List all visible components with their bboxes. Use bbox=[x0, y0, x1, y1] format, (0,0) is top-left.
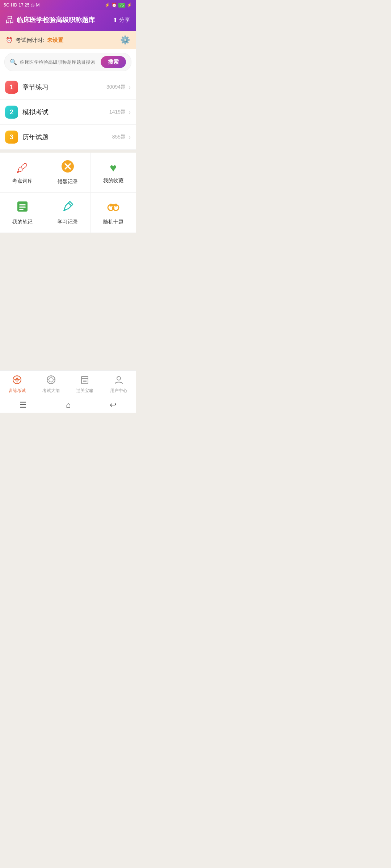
nav-item-train[interactable]: 训练考试 bbox=[0, 374, 34, 395]
menu-item-mock[interactable]: 2 模拟考试 1419题 › bbox=[0, 100, 136, 125]
svg-rect-5 bbox=[19, 207, 26, 208]
binoculars-icon bbox=[107, 200, 120, 216]
nav-label-outline: 考试大纲 bbox=[42, 388, 60, 394]
search-section: 🔍 搜索 bbox=[0, 49, 136, 75]
time-display: 17:25 bbox=[18, 3, 29, 8]
svg-rect-6 bbox=[19, 209, 24, 210]
app-logo-icon: 品 bbox=[6, 14, 14, 25]
nav-label-treasure: 过关宝箱 bbox=[76, 388, 93, 394]
svg-rect-23 bbox=[81, 376, 88, 379]
menu-num-3: 3 bbox=[5, 131, 18, 144]
notes-icon bbox=[16, 200, 29, 216]
target-nav-icon bbox=[46, 375, 56, 387]
svg-point-17 bbox=[49, 378, 53, 382]
svg-rect-12 bbox=[115, 204, 117, 207]
menu-num-2: 2 bbox=[5, 106, 18, 119]
svg-rect-11 bbox=[110, 204, 112, 207]
grid-label-vocabulary: 考点词库 bbox=[12, 178, 33, 184]
app-title: 临床医学检验高级职称题库 bbox=[17, 16, 95, 24]
wrong-icon bbox=[61, 160, 74, 176]
exam-countdown-bar: ⏰ 考试倒计时: 未设置 ⚙️ bbox=[0, 31, 136, 49]
status-bar: 5G HD 17:25 ◎ M ⚡ ⏰ 75 ⚡ bbox=[0, 0, 136, 10]
heart-icon: ♥ bbox=[110, 161, 117, 175]
status-left: 5G HD 17:25 ◎ M bbox=[4, 3, 39, 8]
countdown-label: 考试倒计时: bbox=[16, 37, 44, 44]
menu-item-past[interactable]: 3 历年试题 855题 › bbox=[0, 125, 136, 150]
menu-num-1: 1 bbox=[5, 81, 18, 94]
menu-list: 1 章节练习 30094题 › 2 模拟考试 1419题 › 3 历年试题 85… bbox=[0, 75, 136, 150]
system-nav-bar: ☰ ⌂ ↩ bbox=[0, 397, 136, 413]
countdown-value: 未设置 bbox=[47, 37, 63, 44]
feature-grid: 🖊 考点词库 错题记录 ♥ 我的收藏 bbox=[0, 153, 136, 233]
search-input[interactable] bbox=[20, 59, 98, 65]
back-system-icon[interactable]: ↩ bbox=[110, 400, 116, 410]
grid-item-study-record[interactable]: 学习记录 bbox=[45, 193, 91, 233]
grid-row-2: 我的笔记 学习记录 bbox=[0, 193, 136, 233]
menu-system-icon[interactable]: ☰ bbox=[20, 400, 27, 410]
home-system-icon[interactable]: ⌂ bbox=[66, 400, 71, 410]
bolt-icon: ⚡ bbox=[127, 3, 132, 8]
search-icon: 🔍 bbox=[10, 59, 17, 65]
app-header: 品 临床医学检验高级职称题库 ⬆ 分享 bbox=[0, 10, 136, 31]
hd-icon: HD bbox=[11, 3, 17, 8]
grid-item-notes[interactable]: 我的笔记 bbox=[0, 193, 45, 233]
settings-button[interactable]: ⚙️ bbox=[120, 35, 130, 45]
share-label: 分享 bbox=[119, 17, 130, 24]
grid-label-random: 随机十题 bbox=[103, 219, 123, 225]
nav-item-treasure[interactable]: 过关宝箱 bbox=[68, 374, 102, 395]
menu-name-chapter: 章节练习 bbox=[22, 83, 106, 92]
menu-item-chapter[interactable]: 1 章节练习 30094题 › bbox=[0, 75, 136, 100]
clock-icon: ⏰ bbox=[112, 3, 117, 8]
grid-row-1: 🖊 考点词库 错题记录 ♥ 我的收藏 bbox=[0, 153, 136, 193]
header-left: 品 临床医学检验高级职称题库 bbox=[6, 14, 95, 25]
battery-indicator: 75 bbox=[118, 3, 125, 8]
grid-label-wrong: 错题记录 bbox=[58, 179, 78, 185]
bottom-nav: 训练考试 考试大纲 过关宝箱 bbox=[0, 370, 136, 397]
grid-label-favorites: 我的收藏 bbox=[103, 178, 123, 184]
compass-icon: ◎ bbox=[31, 3, 34, 8]
bluetooth-icon: ⚡ bbox=[105, 3, 110, 8]
grid-item-vocabulary[interactable]: 🖊 考点词库 bbox=[0, 153, 45, 192]
chevron-right-icon: › bbox=[129, 109, 131, 116]
user-nav-icon bbox=[114, 375, 123, 387]
book-nav-icon bbox=[80, 375, 89, 387]
m-icon: M bbox=[36, 3, 39, 8]
nav-item-user[interactable]: 用户中心 bbox=[102, 374, 136, 395]
nav-label-train: 训练考试 bbox=[8, 388, 26, 394]
svg-rect-10 bbox=[112, 207, 114, 209]
nav-label-user: 用户中心 bbox=[110, 388, 127, 394]
nav-item-outline[interactable]: 考试大纲 bbox=[34, 374, 68, 395]
chevron-right-icon: › bbox=[129, 84, 131, 91]
signal-icon: 5G bbox=[4, 3, 9, 8]
grid-item-favorites[interactable]: ♥ 我的收藏 bbox=[91, 153, 136, 192]
menu-count-past: 855题 bbox=[112, 134, 126, 140]
clock-icon: ⏰ bbox=[6, 37, 13, 43]
grid-item-random[interactable]: 随机十题 bbox=[91, 193, 136, 233]
grid-label-notes: 我的笔记 bbox=[12, 219, 33, 225]
countdown-left: ⏰ 考试倒计时: 未设置 bbox=[6, 37, 63, 44]
search-bar-container: 🔍 搜索 bbox=[4, 53, 131, 71]
svg-rect-4 bbox=[19, 204, 26, 205]
chevron-right-icon: › bbox=[129, 133, 131, 141]
share-button[interactable]: ⬆ 分享 bbox=[113, 17, 130, 24]
content-area bbox=[0, 233, 136, 370]
edit-icon bbox=[61, 200, 74, 216]
menu-name-mock: 模拟考试 bbox=[22, 108, 109, 116]
home-nav-icon bbox=[12, 375, 22, 387]
search-button[interactable]: 搜索 bbox=[101, 56, 126, 68]
pencil-icon: 🖊 bbox=[16, 161, 29, 175]
menu-count-chapter: 30094题 bbox=[106, 84, 126, 90]
menu-count-mock: 1419题 bbox=[109, 109, 126, 115]
svg-rect-13 bbox=[112, 204, 115, 206]
grid-item-wrong[interactable]: 错题记录 bbox=[45, 153, 91, 192]
svg-point-26 bbox=[117, 376, 121, 380]
menu-name-past: 历年试题 bbox=[22, 133, 112, 141]
grid-label-study-record: 学习记录 bbox=[58, 219, 78, 225]
share-icon: ⬆ bbox=[113, 17, 118, 23]
status-right: ⚡ ⏰ 75 ⚡ bbox=[105, 3, 132, 8]
